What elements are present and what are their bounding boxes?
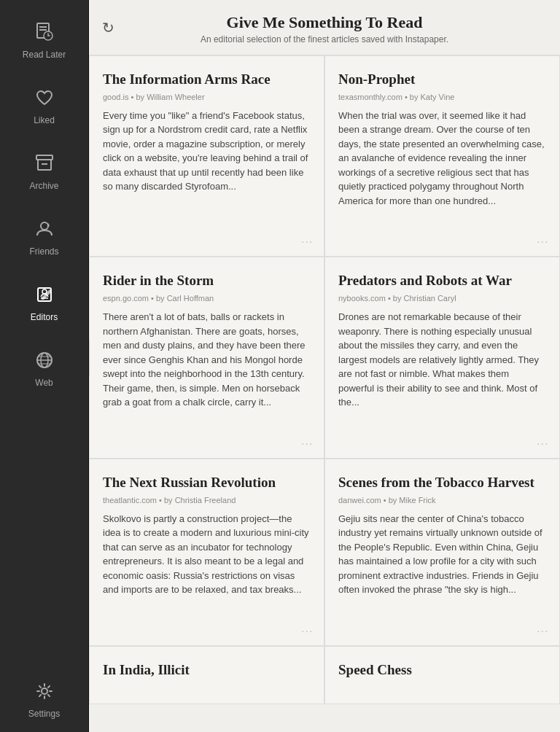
article-excerpt-3: There aren't a lot of bats, balls or rac… bbox=[103, 310, 311, 410]
article-menu-4[interactable]: ··· bbox=[537, 439, 550, 451]
sidebar-label-liked: Liked bbox=[34, 115, 55, 125]
settings-icon bbox=[33, 680, 56, 703]
article-menu-6[interactable]: ··· bbox=[537, 626, 550, 638]
page-subtitle: An editorial selection of the finest art… bbox=[96, 34, 553, 44]
article-meta-5: theatlantic.com • by Christia Freeland bbox=[103, 496, 311, 505]
article-excerpt-1: Every time you "like" a friend's Faceboo… bbox=[103, 109, 311, 194]
article-card-8[interactable]: Speed Chess bbox=[324, 646, 560, 704]
sidebar-item-liked[interactable]: Liked bbox=[0, 73, 88, 139]
sidebar-item-read-later[interactable]: Read Later bbox=[0, 7, 88, 73]
page-title: Give Me Something To Read bbox=[96, 13, 553, 32]
article-excerpt-5: Skolkovo is partly a construction projec… bbox=[103, 512, 311, 597]
refresh-button[interactable]: ↻ bbox=[102, 19, 114, 36]
article-title-5: The Next Russian Revolution bbox=[103, 474, 311, 491]
collapse-handle[interactable]: ‹ bbox=[89, 340, 90, 376]
svg-point-17 bbox=[42, 688, 47, 694]
web-icon bbox=[33, 349, 56, 372]
sidebar-label-friends: Friends bbox=[29, 246, 58, 257]
article-title-1: The Information Arms Race bbox=[103, 71, 311, 88]
sidebar: Read Later Liked Archive bbox=[0, 0, 89, 732]
sidebar-item-friends[interactable]: Friends bbox=[0, 204, 88, 270]
article-title-6: Scenes from the Tobacco Harvest bbox=[338, 474, 546, 491]
article-excerpt-2: When the trial was over, it seemed like … bbox=[338, 109, 546, 209]
sidebar-label-editors: Editors bbox=[31, 312, 58, 322]
article-meta-1: good.is • by William Wheeler bbox=[103, 93, 311, 101]
friends-icon bbox=[33, 217, 56, 241]
article-card-6[interactable]: Scenes from the Tobacco Harvest danwei.c… bbox=[324, 459, 560, 646]
article-card-1[interactable]: The Information Arms Race good.is • by W… bbox=[89, 55, 324, 257]
article-menu-1[interactable]: ··· bbox=[302, 237, 314, 249]
main-content: ↻ Give Me Something To Read An editorial… bbox=[89, 0, 560, 732]
article-menu-3[interactable]: ··· bbox=[302, 439, 314, 451]
article-menu-2[interactable]: ··· bbox=[537, 237, 550, 249]
sidebar-item-web[interactable]: Web bbox=[0, 335, 88, 401]
article-meta-2: texasmonthly.com • by Katy Vine bbox=[338, 93, 546, 101]
article-title-4: Predators and Robots at War bbox=[338, 272, 546, 289]
read-later-icon bbox=[33, 20, 56, 44]
article-title-2: Non-Prophet bbox=[338, 71, 546, 88]
sidebar-item-archive[interactable]: Archive bbox=[0, 139, 88, 204]
article-card-4[interactable]: Predators and Robots at War nybooks.com … bbox=[324, 257, 560, 458]
sidebar-label-settings: Settings bbox=[28, 709, 60, 719]
article-card-7[interactable]: In India, Illicit bbox=[89, 646, 324, 704]
article-grid: The Information Arms Race good.is • by W… bbox=[89, 55, 560, 732]
article-excerpt-6: Gejiu sits near the center of China's to… bbox=[338, 512, 546, 597]
article-title-7: In India, Illicit bbox=[103, 661, 311, 679]
article-meta-4: nybooks.com • by Christian Caryl bbox=[338, 294, 546, 303]
page-header: ↻ Give Me Something To Read An editorial… bbox=[89, 0, 560, 55]
article-meta-3: espn.go.com • by Carl Hoffman bbox=[103, 294, 311, 303]
article-title-8: Speed Chess bbox=[338, 661, 546, 679]
article-menu-5[interactable]: ··· bbox=[302, 626, 314, 638]
article-card-5[interactable]: The Next Russian Revolution theatlantic.… bbox=[89, 459, 324, 646]
archive-icon bbox=[33, 152, 56, 175]
article-card-2[interactable]: Non-Prophet texasmonthly.com • by Katy V… bbox=[324, 55, 560, 257]
sidebar-label-read-later: Read Later bbox=[23, 50, 66, 60]
sidebar-label-archive: Archive bbox=[29, 181, 58, 191]
article-title-3: Rider in the Storm bbox=[103, 272, 311, 289]
article-card-3[interactable]: ‹ Rider in the Storm espn.go.com • by Ca… bbox=[89, 257, 324, 458]
sidebar-item-editors[interactable]: Editors bbox=[0, 270, 88, 335]
liked-icon bbox=[33, 86, 56, 109]
sidebar-label-web: Web bbox=[35, 378, 52, 388]
svg-point-9 bbox=[41, 222, 48, 230]
sidebar-item-settings[interactable]: Settings bbox=[0, 666, 88, 732]
editors-icon bbox=[33, 283, 56, 306]
article-meta-6: danwei.com • by Mike Frick bbox=[338, 496, 546, 505]
article-excerpt-4: Drones are not remarkable because of the… bbox=[338, 310, 546, 410]
